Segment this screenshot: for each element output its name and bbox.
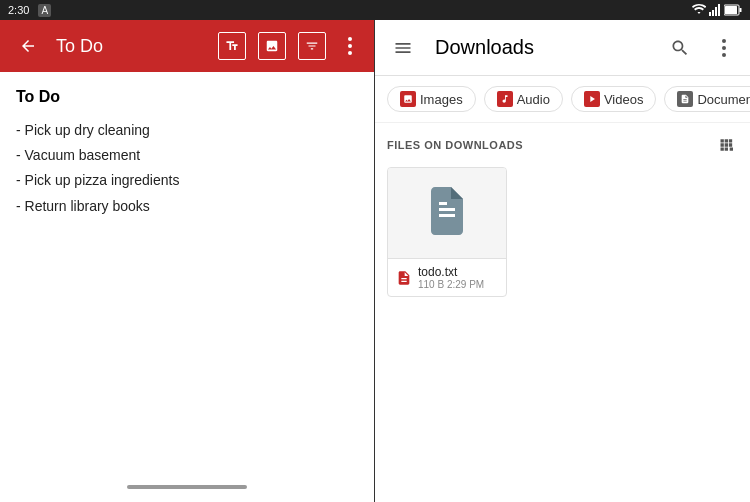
text-format-icon[interactable] <box>218 32 246 60</box>
svg-point-7 <box>348 37 352 41</box>
app-toolbar: To Do <box>0 20 374 72</box>
image-icon[interactable] <box>258 32 286 60</box>
chip-images-label: Images <box>420 92 463 107</box>
images-chip-icon <box>400 91 416 107</box>
battery-icon <box>724 4 742 16</box>
home-indicator <box>0 472 374 502</box>
chip-videos-label: Videos <box>604 92 644 107</box>
right-panel: Downloads <box>375 20 750 502</box>
files-header-title: FILES ON DOWNLOADS <box>387 139 523 151</box>
file-grid: todo.txt 110 B 2:29 PM <box>387 167 738 297</box>
downloads-title: Downloads <box>435 36 666 59</box>
more-options-button[interactable] <box>710 34 738 62</box>
toolbar-actions <box>218 32 362 60</box>
svg-rect-5 <box>740 8 742 12</box>
status-label: A <box>38 4 51 17</box>
chip-images[interactable]: Images <box>387 86 476 112</box>
search-button[interactable] <box>666 34 694 62</box>
svg-point-11 <box>722 46 726 50</box>
svg-point-8 <box>348 44 352 48</box>
svg-point-10 <box>722 39 726 43</box>
note-body: - Pick up dry cleaning - Vacuum basement… <box>16 118 358 219</box>
chip-videos[interactable]: Videos <box>571 86 657 112</box>
note-item: - Vacuum basement <box>16 143 358 168</box>
wifi-icon <box>692 4 706 16</box>
files-header: FILES ON DOWNLOADS <box>387 135 738 155</box>
chip-audio-label: Audio <box>517 92 550 107</box>
chip-audio[interactable]: Audio <box>484 86 563 112</box>
back-button[interactable] <box>12 30 44 62</box>
files-section: FILES ON DOWNLOADS <box>375 123 750 502</box>
note-title: To Do <box>16 88 358 106</box>
view-toggle-button[interactable] <box>718 135 738 155</box>
file-meta: 110 B 2:29 PM <box>418 279 484 290</box>
file-thumbnail-icon <box>423 183 471 243</box>
svg-rect-1 <box>712 10 714 16</box>
file-name: todo.txt <box>418 265 484 279</box>
videos-chip-icon <box>584 91 600 107</box>
svg-point-9 <box>348 51 352 55</box>
status-bar-right <box>692 4 742 16</box>
left-panel: To Do <box>0 20 375 502</box>
note-content: To Do - Pick up dry cleaning - Vacuum ba… <box>0 72 374 472</box>
file-details: todo.txt 110 B 2:29 PM <box>418 265 484 290</box>
svg-rect-2 <box>715 7 717 16</box>
svg-rect-0 <box>709 12 711 16</box>
audio-chip-icon <box>497 91 513 107</box>
note-item: - Pick up dry cleaning <box>16 118 358 143</box>
file-card[interactable]: todo.txt 110 B 2:29 PM <box>387 167 507 297</box>
file-info: todo.txt 110 B 2:29 PM <box>388 258 506 296</box>
chip-documents-label: Documents <box>697 92 750 107</box>
documents-chip-icon <box>677 91 693 107</box>
file-thumbnail <box>388 168 506 258</box>
more-options-button[interactable] <box>338 34 362 58</box>
svg-point-12 <box>722 53 726 57</box>
downloads-toolbar: Downloads <box>375 20 750 76</box>
downloads-actions <box>666 34 738 62</box>
status-bar-left: 2:30 A <box>8 4 51 17</box>
svg-rect-3 <box>718 4 720 16</box>
status-bar: 2:30 A <box>0 0 750 20</box>
signal-icon <box>709 4 721 16</box>
file-type-icon <box>396 270 412 286</box>
main-area: To Do <box>0 20 750 502</box>
status-time: 2:30 <box>8 4 29 16</box>
chip-documents[interactable]: Documents <box>664 86 750 112</box>
note-item: - Pick up pizza ingredients <box>16 168 358 193</box>
home-bar <box>127 485 247 489</box>
filter-chips: Images Audio Videos <box>375 76 750 123</box>
menu-button[interactable] <box>387 32 419 64</box>
svg-rect-6 <box>725 6 737 14</box>
note-item: - Return library books <box>16 194 358 219</box>
filter-icon[interactable] <box>298 32 326 60</box>
toolbar-title: To Do <box>56 36 218 57</box>
